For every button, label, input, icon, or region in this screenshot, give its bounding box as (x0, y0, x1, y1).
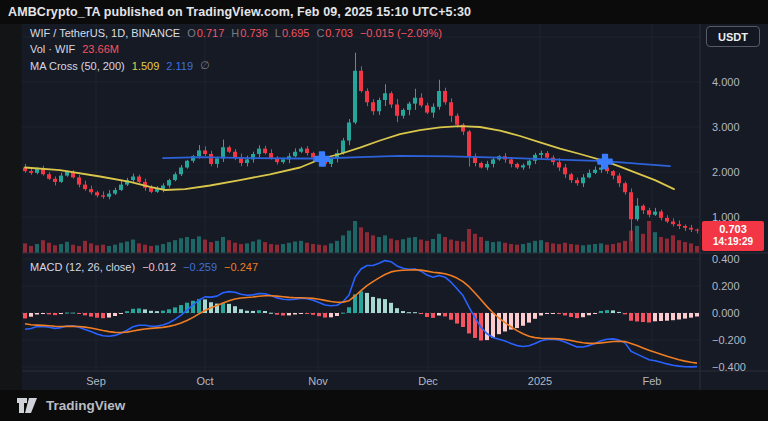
empty-set-icon: ∅ (200, 59, 210, 72)
volume-legend-row[interactable]: Vol · WIF 23.66M (30, 43, 119, 55)
tradingview-logo-icon (16, 397, 39, 414)
time-tick-label: Sep (86, 375, 106, 387)
ma200-value: 2.119 (166, 60, 193, 72)
ma-cross-legend-row[interactable]: MA Cross (50, 200) 1.509 2.119 ∅ (30, 59, 210, 72)
ma50-value: 1.509 (132, 60, 160, 72)
macd-label: MACD (12, 26, close) (30, 261, 135, 273)
volume-label: Vol · WIF (30, 43, 75, 55)
ohlc-low: L0.695 (275, 27, 310, 39)
macd-signal-value: −0.247 (224, 261, 258, 273)
time-tick-label: Oct (196, 375, 213, 387)
macd-tick-label: 0.400 (712, 252, 740, 266)
change-value: −0.015 (−2.09%) (360, 27, 442, 39)
macd-tick-label: −0.400 (712, 360, 746, 374)
macd-tick-label: 0.200 (712, 279, 740, 293)
price-tick-label: 4.000 (712, 75, 740, 89)
tradingview-brand-link[interactable]: TradingView (46, 398, 125, 413)
ohlc-high: H0.736 (231, 27, 267, 39)
tradingview-published-chart: AMBCrypto_TA published on TradingView.co… (0, 0, 768, 421)
ma-cross-label: MA Cross (50, 200) (30, 60, 125, 72)
macd-legend-row[interactable]: MACD (12, 26, close) −0.012 −0.259 −0.24… (30, 261, 258, 273)
time-tick-label: Feb (643, 375, 662, 387)
time-tick-label: Nov (308, 375, 328, 387)
price-tick-label: 2.000 (712, 165, 740, 179)
symbol-title: WIF / TetherUS, 1D, BINANCE (30, 27, 180, 39)
time-tick-label: 2025 (528, 375, 552, 387)
price-tick-label: 1.000 (712, 210, 740, 224)
macd-hist-value: −0.012 (142, 261, 176, 273)
ohlc-close: C0.703 (316, 27, 352, 39)
macd-tick-label: 0.000 (712, 306, 740, 320)
ohlc-open: O0.717 (187, 27, 224, 39)
time-tick-label: Dec (418, 375, 438, 387)
volume-value: 23.66M (82, 43, 119, 55)
macd-tick-label: −0.200 (712, 333, 746, 347)
last-price-value: 0.703 (702, 223, 764, 236)
symbol-legend-row[interactable]: WIF / TetherUS, 1D, BINANCE O0.717 H0.73… (30, 27, 442, 39)
price-tick-label: 3.000 (712, 120, 740, 134)
currency-toggle-button[interactable]: USDT (706, 26, 760, 47)
footer-bar: TradingView (0, 390, 768, 421)
candle-countdown: 14:19:29 (702, 236, 764, 248)
macd-line-value: −0.259 (183, 261, 217, 273)
last-price-label: 0.703 14:19:29 (702, 221, 764, 251)
